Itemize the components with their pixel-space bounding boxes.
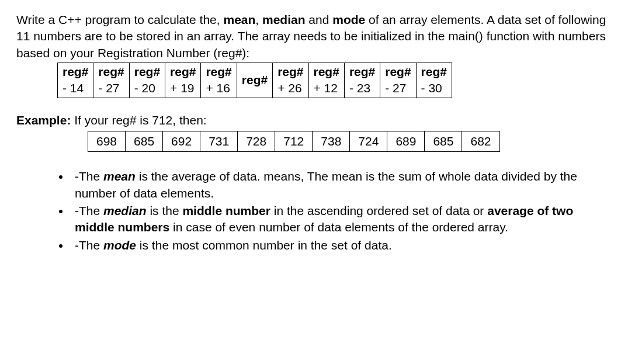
offset-cell: reg#- 23 (344, 63, 380, 98)
problem-statement: Write a C++ program to calculate the, me… (16, 12, 612, 61)
example-label: Example: If your reg# is 712, then: (16, 112, 612, 129)
offset-cell: reg#- 20 (129, 63, 165, 98)
term-median: median (103, 204, 147, 217)
intro-text: and (306, 13, 333, 26)
term-middle-number: middle number (182, 204, 270, 217)
list-item-median: -The median is the middle number in the … (70, 203, 612, 236)
example-table: 698 685 692 731 728 712 738 724 689 685 … (88, 131, 500, 152)
offset-cell: reg#- 27 (380, 63, 416, 98)
offset-table: reg#- 14 reg#- 27 reg#- 20 reg#+ 19 reg#… (57, 63, 452, 98)
list-item-mode: -The mode is the most common number in t… (70, 237, 612, 254)
example-cell: 685 (126, 131, 163, 152)
intro-text: , (255, 13, 262, 26)
offset-cell: reg#+ 26 (273, 63, 308, 98)
example-label-bold: Example: (16, 113, 71, 127)
example-cell: 698 (88, 131, 126, 152)
offset-cell: reg#- 30 (416, 63, 452, 98)
example-cell: 738 (313, 131, 350, 152)
offset-cell: reg#- 27 (93, 63, 129, 98)
example-cell: 685 (425, 131, 462, 152)
intro-text: Write a C++ program to calculate the, (16, 13, 223, 26)
example-cell: 689 (387, 131, 425, 152)
word-median: median (262, 13, 306, 26)
example-cell: 731 (200, 131, 238, 152)
example-cell: 728 (238, 131, 275, 152)
offset-cell: reg#+ 16 (201, 63, 237, 98)
word-mean: mean (223, 13, 255, 26)
example-cell: 682 (462, 131, 499, 152)
term-mode: mode (103, 238, 136, 252)
offset-cell: reg#+ 19 (165, 63, 201, 98)
offset-cell: reg#- 14 (58, 63, 93, 98)
word-mode: mode (332, 13, 365, 26)
offset-cell: reg#+ 12 (308, 63, 344, 98)
example-cell: 712 (275, 131, 313, 152)
example-cell: 692 (163, 131, 200, 152)
term-mean: mean (103, 169, 136, 183)
example-label-rest: If your reg# is 712, then: (71, 113, 206, 127)
offset-cell-center: reg# (237, 63, 272, 98)
example-cell: 724 (350, 131, 387, 152)
list-item-mean: -The mean is the average of data. means,… (70, 168, 612, 202)
definitions-list: -The mean is the average of data. means,… (16, 168, 612, 254)
